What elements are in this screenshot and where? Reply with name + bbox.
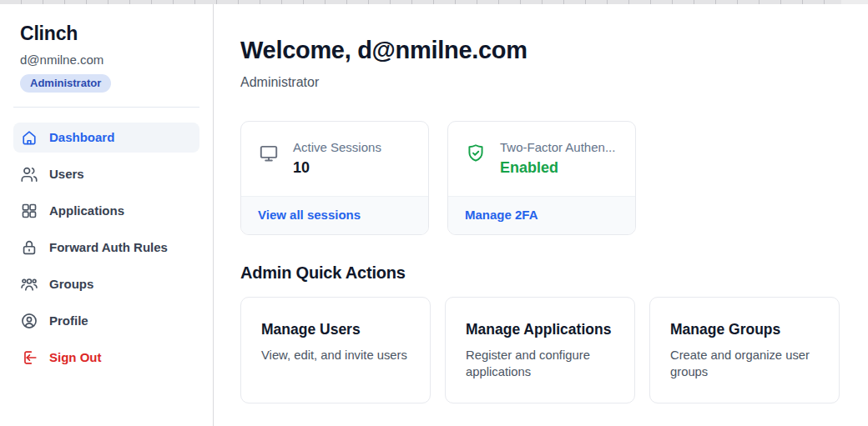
users-icon: [20, 165, 38, 183]
role-badge: Administrator: [20, 74, 111, 93]
stat-card-body: Two-Factor Authen... Enabled: [448, 122, 635, 177]
sidebar-item-label: Forward Auth Rules: [49, 240, 168, 255]
action-card-manage-groups[interactable]: Manage Groups Create and organize user g…: [649, 297, 840, 403]
stat-card-body: Active Sessions 10: [241, 122, 428, 177]
quick-actions-heading: Admin Quick Actions: [240, 263, 868, 283]
sidebar-item-applications[interactable]: Applications: [13, 196, 199, 226]
view-all-sessions-link[interactable]: View all sessions: [258, 208, 361, 222]
action-card-title: Manage Users: [261, 321, 416, 338]
sidebar-item-forward-auth-rules[interactable]: Forward Auth Rules: [13, 233, 199, 263]
stats-row: Active Sessions 10 View all sessions Two…: [240, 121, 868, 235]
stat-value: 10: [293, 159, 381, 177]
sidebar-item-label: Dashboard: [49, 130, 114, 145]
sidebar-item-label: Users: [49, 167, 84, 182]
stat-card-footer: View all sessions: [241, 196, 428, 234]
groups-icon: [20, 275, 38, 293]
action-card-description: View, edit, and invite users: [261, 347, 416, 363]
profile-circle-icon: [20, 312, 38, 330]
sidebar-item-groups[interactable]: Groups: [13, 269, 199, 299]
sidebar-divider: [13, 107, 199, 108]
user-email: d@nmilne.com: [20, 53, 199, 68]
sidebar: Clinch d@nmilne.com Administrator Dashbo…: [0, 4, 214, 426]
action-card-description: Create and organize user groups: [670, 347, 825, 380]
action-card-title: Manage Groups: [670, 321, 825, 338]
sidebar-item-label: Sign Out: [49, 350, 102, 365]
sidebar-item-dashboard[interactable]: Dashboard: [13, 123, 199, 153]
sidebar-item-profile[interactable]: Profile: [13, 306, 199, 336]
shield-check-icon: [465, 143, 487, 164]
sidebar-item-sign-out[interactable]: Sign Out: [13, 343, 199, 373]
action-card-description: Register and configure applications: [466, 347, 621, 380]
quick-actions-row: Manage Users View, edit, and invite user…: [240, 297, 868, 403]
stat-title: Two-Factor Authen...: [500, 140, 615, 155]
app-logo: Clinch: [20, 23, 199, 45]
lock-icon: [20, 238, 38, 257]
action-card-title: Manage Applications: [466, 321, 621, 338]
stat-value: Enabled: [500, 159, 615, 177]
stat-title: Active Sessions: [293, 140, 381, 155]
applications-grid-icon: [20, 202, 38, 220]
action-card-manage-users[interactable]: Manage Users View, edit, and invite user…: [240, 297, 431, 403]
sidebar-nav: Dashboard Users: [13, 123, 199, 373]
sidebar-item-label: Applications: [49, 203, 124, 218]
stat-card-two-factor: Two-Factor Authen... Enabled Manage 2FA: [447, 121, 636, 235]
action-card-manage-applications[interactable]: Manage Applications Register and configu…: [445, 297, 635, 403]
page-subtitle: Administrator: [240, 74, 868, 90]
main-content: Welcome, d@nmilne.com Administrator Acti…: [240, 4, 868, 426]
manage-2fa-link[interactable]: Manage 2FA: [465, 208, 538, 222]
home-icon: [20, 128, 38, 147]
sidebar-item-users[interactable]: Users: [13, 159, 199, 189]
stat-card-active-sessions: Active Sessions 10 View all sessions: [240, 121, 429, 235]
page-title: Welcome, d@nmilne.com: [240, 36, 868, 64]
stat-card-footer: Manage 2FA: [448, 196, 635, 234]
monitor-icon: [258, 143, 280, 164]
sidebar-item-label: Profile: [49, 313, 88, 328]
logout-icon: [20, 348, 38, 367]
sidebar-item-label: Groups: [49, 277, 93, 292]
